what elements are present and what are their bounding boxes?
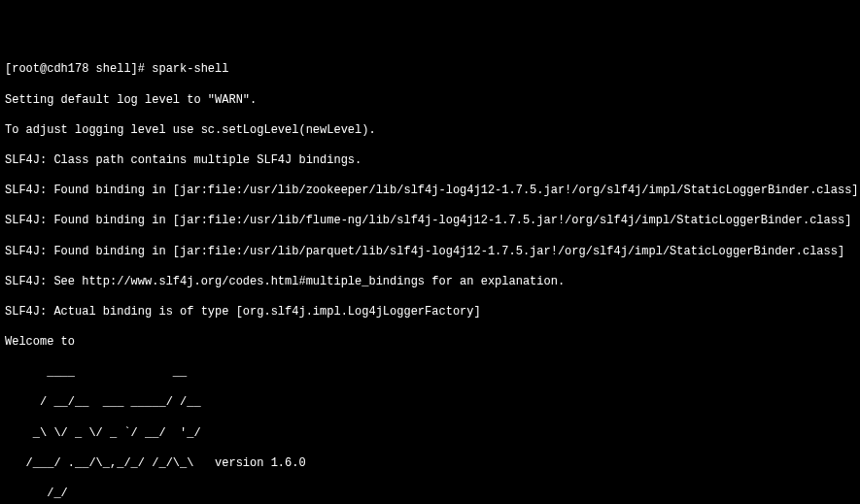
log-line: To adjust logging level use sc.setLogLev… <box>5 123 855 139</box>
ascii-art-line: /_/ <box>5 487 855 502</box>
ascii-art-line: _\ \/ _ \/ _ `/ __/ '_/ <box>5 426 855 442</box>
log-line: SLF4J: Found binding in [jar:file:/usr/l… <box>5 245 855 260</box>
log-line: Welcome to <box>5 335 855 351</box>
log-line: SLF4J: Class path contains multiple SLF4… <box>5 153 855 169</box>
log-line: SLF4J: Found binding in [jar:file:/usr/l… <box>5 214 855 229</box>
log-line: Setting default log level to "WARN". <box>5 93 855 109</box>
log-line: SLF4J: See http://www.slf4j.org/codes.ht… <box>5 275 855 290</box>
ascii-art-line: / __/__ ___ _____/ /__ <box>5 395 855 411</box>
log-line: SLF4J: Actual binding is of type [org.sl… <box>5 305 855 320</box>
log-line: SLF4J: Found binding in [jar:file:/usr/l… <box>5 184 855 199</box>
ascii-art-line: ____ __ <box>5 365 855 381</box>
shell-prompt-line: [root@cdh178 shell]# spark-shell <box>5 62 855 78</box>
ascii-art-line: /___/ .__/\_,_/_/ /_/\_\ version 1.6.0 <box>5 456 855 472</box>
